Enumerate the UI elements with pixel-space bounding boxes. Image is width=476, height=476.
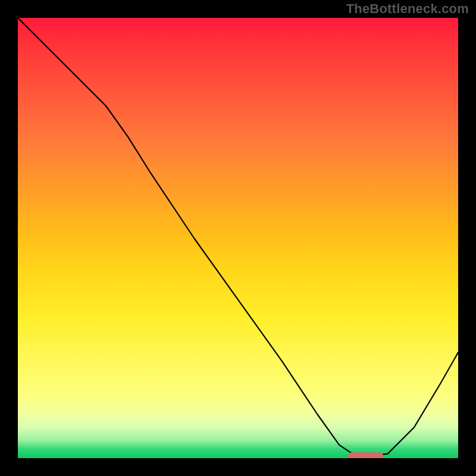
bottleneck-curve: [18, 18, 458, 456]
chart-svg: [18, 18, 458, 458]
optimal-range-marker: [348, 452, 383, 458]
plot-area: [18, 18, 458, 458]
chart-container: TheBottleneck.com: [0, 0, 476, 476]
watermark-text: TheBottleneck.com: [346, 1, 469, 17]
